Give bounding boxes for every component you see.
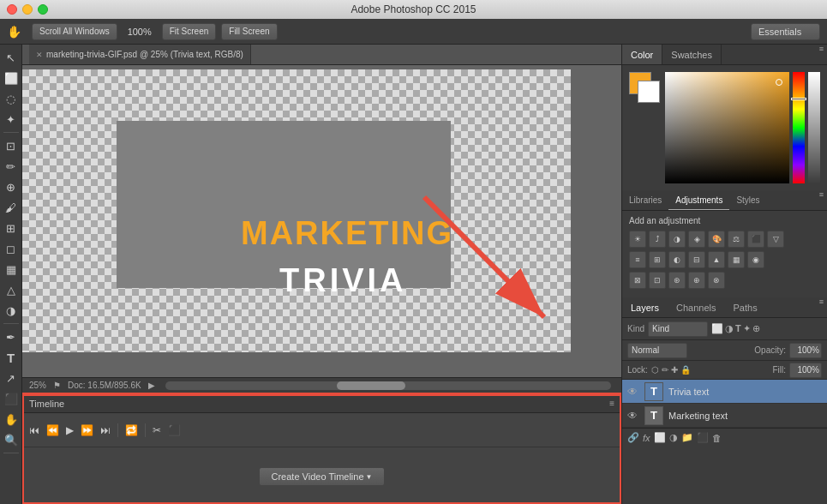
magic-wand-tool[interactable]: ✦ [2, 110, 21, 129]
adj-extra-3[interactable]: ⊛ [668, 272, 686, 289]
filter-type-icon[interactable]: T [735, 323, 741, 334]
layers-options-icon[interactable]: ≡ [819, 297, 827, 317]
adj-extra-4[interactable]: ⊕ [688, 272, 705, 289]
tl-start-btn[interactable]: ⏮ [29, 424, 39, 436]
dodge-tool[interactable]: ◑ [2, 301, 21, 320]
minimize-button[interactable] [22, 4, 33, 15]
filter-shape-icon[interactable]: ✦ [743, 323, 751, 334]
tl-play-btn[interactable]: ▶ [66, 424, 74, 436]
bw-icon[interactable]: ⬛ [747, 231, 764, 248]
document-tab[interactable]: ✕ marketing-trivia-GIF.psd @ 25% (Trivia… [29, 45, 251, 64]
lock-paint-icon[interactable]: ✏ [662, 365, 668, 375]
layer-link-icon[interactable]: 🔗 [627, 432, 639, 443]
threshold-icon[interactable]: ▲ [708, 251, 725, 268]
layer-new-icon[interactable]: ⬛ [697, 432, 709, 443]
shape-tool[interactable]: ⬛ [2, 389, 21, 408]
tl-end-btn[interactable]: ⏭ [100, 424, 111, 436]
hand-tool-icon[interactable]: ✋ [7, 25, 21, 39]
horizontal-scrollbar[interactable] [165, 381, 611, 390]
vibrance-icon[interactable]: ◈ [688, 231, 705, 248]
background-color[interactable] [638, 81, 660, 103]
styles-tab[interactable]: Styles [729, 190, 766, 210]
layer-visibility-icon-trivia[interactable]: 👁 [627, 386, 639, 398]
adjustments-tab[interactable]: Adjustments [668, 190, 729, 210]
gradient-map-icon[interactable]: ▦ [728, 251, 745, 268]
color-gradient-field[interactable] [665, 72, 789, 183]
hand-tool[interactable]: ✋ [2, 410, 21, 429]
essentials-dropdown[interactable]: Essentials [751, 23, 820, 40]
libraries-tab[interactable]: Libraries [622, 190, 668, 210]
tl-loop-btn[interactable]: 🔁 [125, 424, 138, 436]
opacity-input[interactable] [789, 343, 822, 358]
layer-fx-icon[interactable]: fx [643, 433, 650, 443]
layer-adj-icon[interactable]: ◑ [669, 432, 678, 443]
color-tab[interactable]: Color [622, 45, 662, 64]
hue-slider[interactable] [793, 72, 805, 183]
brightness-icon[interactable]: ☀ [629, 231, 646, 248]
scroll-all-windows-button[interactable]: Scroll All Windows [32, 23, 117, 40]
tl-next-frame-btn[interactable]: ⏩ [81, 424, 93, 436]
paths-tab[interactable]: Paths [725, 297, 766, 317]
adj-extra-5[interactable]: ⊗ [708, 272, 725, 289]
blend-mode-select[interactable]: Normal [627, 343, 687, 358]
tl-scissors-icon[interactable]: ✂ [153, 424, 161, 436]
scrollbar-thumb[interactable] [337, 381, 405, 390]
channel-mix-icon[interactable]: ≡ [629, 251, 646, 268]
eraser-tool[interactable]: ◻ [2, 239, 21, 258]
close-button[interactable] [7, 4, 17, 15]
brush-tool[interactable]: 🖌 [2, 198, 21, 217]
layer-group-icon[interactable]: 📁 [681, 432, 693, 443]
crop-tool[interactable]: ⊡ [2, 136, 21, 155]
filter-adj-icon[interactable]: ◑ [725, 323, 734, 334]
gradient-tool[interactable]: ▦ [2, 260, 21, 279]
fit-screen-button[interactable]: Fit Screen [162, 23, 217, 40]
panel-options-icon[interactable]: ≡ [819, 45, 827, 64]
fill-input[interactable] [789, 363, 822, 378]
exposure-icon[interactable]: ◑ [668, 231, 686, 248]
swatches-tab[interactable]: Swatches [662, 45, 722, 64]
layer-visibility-icon-marketing[interactable]: 👁 [627, 410, 639, 422]
channels-tab[interactable]: Channels [668, 297, 724, 317]
layers-tab[interactable]: Layers [622, 297, 668, 317]
layer-item-trivia[interactable]: 👁 T Trivia text [622, 380, 827, 404]
opacity-slider[interactable] [808, 72, 820, 183]
tl-convert-icon[interactable]: ⬛ [168, 424, 181, 436]
tl-prev-frame-btn[interactable]: ⏪ [46, 424, 59, 436]
type-tool[interactable]: T [2, 348, 21, 367]
move-tool[interactable]: ↖ [2, 48, 21, 67]
adj-extra-2[interactable]: ⊡ [649, 272, 666, 289]
hsl-icon[interactable]: 🎨 [708, 231, 725, 248]
timeline-expand-icon[interactable]: ≡ [609, 399, 614, 408]
invert-icon[interactable]: ◐ [668, 251, 686, 268]
tab-close-icon[interactable]: ✕ [36, 51, 43, 59]
pen-tool[interactable]: ✒ [2, 327, 21, 346]
curves-icon[interactable]: ⤴ [649, 231, 666, 248]
path-selection-tool[interactable]: ↗ [2, 369, 21, 387]
layer-kind-select[interactable]: Kind [648, 321, 708, 337]
create-video-timeline-button[interactable]: Create Video Timeline ▼ [259, 467, 386, 486]
adj-extra-1[interactable]: ⊠ [629, 272, 646, 289]
eyedropper-tool[interactable]: ✏ [2, 157, 21, 176]
lasso-tool[interactable]: ◌ [2, 89, 21, 108]
healing-tool[interactable]: ⊕ [2, 177, 21, 196]
posterize-icon[interactable]: ⊟ [688, 251, 705, 268]
layer-delete-icon[interactable]: 🗑 [712, 433, 722, 443]
lock-move-icon[interactable]: ✚ [671, 365, 678, 375]
selective-color-icon[interactable]: ◉ [747, 251, 764, 268]
zoom-tool[interactable]: 🔍 [2, 430, 21, 449]
adj-options-icon[interactable]: ≡ [819, 190, 827, 210]
clone-tool[interactable]: ⊞ [2, 219, 21, 237]
color-lookup-icon[interactable]: ⊞ [649, 251, 666, 268]
photo-filter-icon[interactable]: ▽ [767, 231, 784, 248]
layer-item-marketing[interactable]: 👁 T Marketing text [622, 404, 827, 428]
filter-pixel-icon[interactable]: ⬜ [711, 323, 723, 334]
lock-transparent-icon[interactable]: ⬡ [651, 365, 659, 375]
layer-mask-icon[interactable]: ⬜ [654, 432, 666, 443]
color-balance-icon[interactable]: ⚖ [728, 231, 745, 248]
maximize-button[interactable] [38, 4, 48, 15]
marquee-tool[interactable]: ⬜ [2, 69, 21, 87]
lock-all-icon[interactable]: 🔒 [680, 365, 691, 375]
fill-screen-button[interactable]: Fill Screen [221, 23, 277, 40]
filter-smart-icon[interactable]: ⊕ [752, 323, 760, 334]
blur-tool[interactable]: △ [2, 280, 21, 299]
